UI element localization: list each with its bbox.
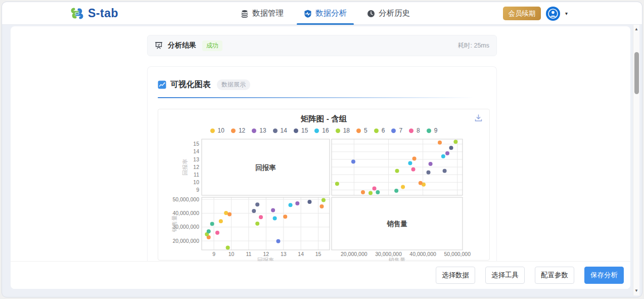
legend-item[interactable]: 10 (210, 127, 224, 134)
legend-item[interactable]: 5 (356, 127, 367, 134)
legend-dot (374, 129, 379, 133)
chart-legend: 1012131415161856789 (158, 126, 489, 135)
database-icon (241, 10, 249, 18)
legend-item[interactable]: 13 (252, 127, 266, 134)
action-footer: 选择数据 选择工具 配置参数 保存分析 (11, 261, 630, 289)
svg-text:11: 11 (246, 251, 251, 257)
analysis-result-bar: 分析结果 成功 耗时: 25ms (147, 35, 497, 56)
scrollbar-thumb[interactable] (634, 52, 639, 94)
save-analysis-button[interactable]: 保存分析 (584, 267, 624, 284)
legend-item[interactable]: 14 (273, 127, 287, 134)
scroll-down-arrow[interactable]: ▼ (633, 287, 639, 294)
user-icon (548, 9, 558, 19)
legend-dot (356, 129, 361, 133)
legend-label: 5 (364, 127, 367, 134)
main-panel: 分析结果 成功 耗时: 25ms 可视化图表 数据展示 矩阵图 - 含组 (11, 26, 630, 289)
legend-item[interactable]: 7 (391, 127, 402, 134)
scroll-up-arrow[interactable]: ▲ (633, 26, 639, 33)
legend-item[interactable]: 16 (314, 127, 329, 134)
legend-item[interactable]: 15 (294, 127, 308, 134)
legend-label: 15 (301, 127, 308, 134)
legend-item[interactable]: 6 (374, 127, 385, 134)
svg-text:30,000,000: 30,000,000 (375, 251, 402, 257)
pulse-icon (304, 10, 312, 18)
svg-text:14: 14 (298, 251, 304, 257)
select-data-button[interactable]: 选择数据 (436, 267, 475, 284)
main-nav: 数据管理 数据分析 分析历史 (240, 2, 411, 25)
svg-text:14: 14 (193, 148, 199, 154)
legend-label: 10 (218, 127, 224, 134)
svg-text:12: 12 (193, 164, 199, 170)
svg-text:回报率: 回报率 (182, 159, 188, 176)
svg-text:15: 15 (193, 141, 199, 147)
svg-text:15: 15 (315, 251, 321, 257)
status-badge: 成功 (202, 40, 222, 51)
svg-text:销售量: 销售量 (386, 220, 407, 228)
legend-label: 14 (281, 127, 287, 134)
chart-title: 矩阵图 - 含组 (158, 114, 489, 124)
chevron-down-icon[interactable]: ▾ (565, 11, 568, 16)
legend-dot (294, 129, 298, 133)
chart-container: 矩阵图 - 含组 1012131415161856789 99101011111… (158, 109, 490, 261)
nav-label: 数据分析 (315, 8, 347, 19)
scatter-matrix-plot: 9910101111121213131414151520,000,00020,0… (158, 135, 489, 261)
svg-text:10: 10 (193, 179, 199, 185)
svg-text:销售量: 销售量 (388, 257, 405, 262)
svg-text:9: 9 (212, 251, 215, 257)
nav-label: 数据管理 (252, 8, 284, 19)
nav-item-data-management[interactable]: 数据管理 (240, 2, 285, 25)
membership-renew-button[interactable]: 会员续期 (503, 7, 541, 20)
legend-label: 13 (259, 127, 266, 134)
legend-item[interactable]: 12 (231, 127, 245, 134)
chart-card-title: 可视化图表 (170, 79, 211, 90)
user-avatar[interactable] (546, 7, 560, 21)
svg-text:20,000,000: 20,000,000 (341, 251, 367, 257)
app-window: S-tab 数据管理 数据分析 (2, 2, 642, 297)
legend-dot (391, 129, 396, 133)
svg-text:40,000,000: 40,000,000 (409, 251, 436, 257)
legend-item[interactable]: 8 (409, 127, 420, 134)
legend-dot (273, 129, 278, 133)
legend-dot (252, 129, 256, 133)
svg-text:回报率: 回报率 (255, 164, 276, 172)
legend-dot (210, 129, 215, 133)
svg-text:回报率: 回报率 (257, 257, 274, 262)
nav-item-analysis-history[interactable]: 分析历史 (366, 2, 411, 25)
legend-dot (427, 129, 431, 133)
select-tool-button[interactable]: 选择工具 (485, 267, 525, 284)
brand-name: S-tab (88, 7, 118, 20)
legend-item[interactable]: 18 (336, 127, 350, 134)
svg-text:40,000,000: 40,000,000 (172, 210, 199, 216)
legend-label: 8 (417, 127, 420, 134)
presentation-board-icon (155, 41, 163, 50)
legend-label: 6 (382, 127, 385, 134)
download-icon[interactable] (474, 114, 483, 122)
legend-label: 7 (399, 127, 402, 134)
svg-text:12: 12 (263, 251, 269, 257)
brand-logo[interactable]: S-tab (70, 2, 118, 25)
legend-dot (314, 129, 319, 133)
legend-dot (231, 129, 236, 133)
legend-label: 12 (239, 127, 245, 134)
chart-card: 可视化图表 数据展示 矩阵图 - 含组 1012131415161856789 … (147, 66, 497, 261)
elapsed-time: 耗时: 25ms (457, 41, 489, 50)
svg-text:10: 10 (228, 251, 235, 257)
svg-text:销售量: 销售量 (171, 216, 177, 233)
svg-text:50,000,000: 50,000,000 (172, 196, 199, 202)
svg-text:20,000,000: 20,000,000 (172, 238, 199, 244)
clock-icon (367, 10, 375, 18)
legend-dot (409, 129, 413, 133)
chart-card-header: 可视化图表 数据展示 (158, 79, 496, 90)
legend-item[interactable]: 9 (427, 127, 438, 134)
configure-params-button[interactable]: 配置参数 (535, 267, 574, 284)
chart-card-badge: 数据展示 (217, 79, 250, 90)
legend-label: 18 (343, 127, 350, 134)
svg-text:13: 13 (281, 251, 287, 257)
legend-label: 9 (434, 127, 438, 134)
result-title: 分析结果 (168, 41, 196, 50)
nav-label: 分析历史 (379, 8, 410, 19)
svg-text:13: 13 (193, 156, 199, 162)
header-right: 会员续期 ▾ (503, 2, 568, 25)
nav-item-data-analysis[interactable]: 数据分析 (303, 2, 348, 25)
vertical-scrollbar[interactable]: ▲ ▼ (633, 25, 639, 295)
